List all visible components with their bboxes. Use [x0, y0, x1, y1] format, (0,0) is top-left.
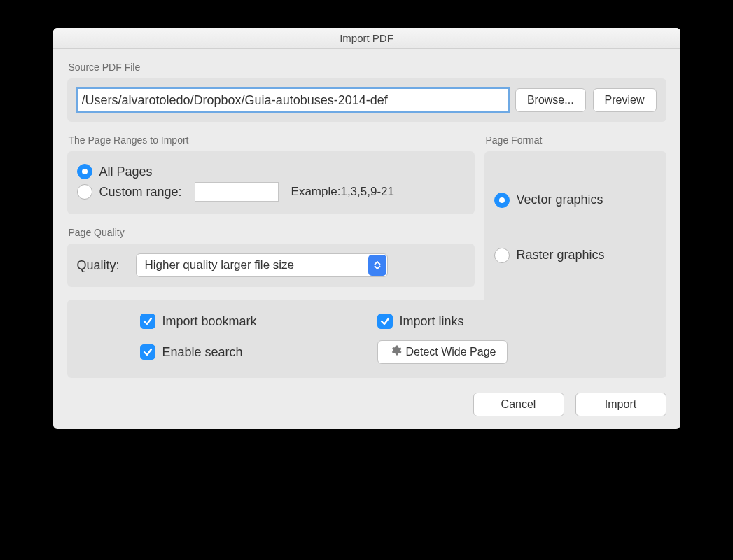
vector-radio-row[interactable]: Vector graphics [494, 192, 657, 208]
source-panel: Browse... Preview [67, 78, 666, 122]
import-links-checkbox[interactable]: Import links [377, 314, 594, 329]
raster-label: Raster graphics [517, 248, 605, 262]
radio-icon [77, 184, 92, 200]
custom-range-input[interactable] [195, 182, 279, 202]
source-path-input[interactable] [77, 88, 508, 112]
select-arrows-icon [368, 255, 386, 276]
vector-label: Vector graphics [517, 192, 603, 207]
enable-search-label: Enable search [162, 345, 243, 360]
quality-selected-value: Higher quality larger file size [136, 253, 388, 277]
quality-panel: Quality: Higher quality larger file size [67, 244, 475, 287]
import-links-label: Import links [400, 314, 464, 329]
custom-range-label: Custom range: [99, 185, 182, 200]
quality-section-label: Page Quality [69, 227, 475, 238]
quality-select[interactable]: Higher quality larger file size [136, 253, 388, 277]
cancel-button[interactable]: Cancel [473, 393, 564, 416]
custom-range-example: Example:1,3,5,9-21 [291, 185, 394, 199]
custom-range-radio-row[interactable]: Custom range: Example:1,3,5,9-21 [77, 182, 465, 202]
checkbox-icon [140, 344, 155, 360]
dialog-footer: Cancel Import [53, 384, 680, 429]
all-pages-radio-row[interactable]: All Pages [77, 164, 465, 179]
checkbox-icon [140, 314, 155, 329]
import-pdf-dialog: Import PDF Source PDF File Browse... Pre… [53, 28, 680, 429]
enable-search-checkbox[interactable]: Enable search [140, 340, 356, 364]
quality-label: Quality: [77, 258, 126, 273]
ranges-panel: All Pages Custom range: Example:1,3,5,9-… [67, 151, 475, 214]
all-pages-label: All Pages [99, 164, 153, 179]
raster-radio-row[interactable]: Raster graphics [494, 248, 657, 263]
options-panel: Import bookmark Import links Enable sear… [67, 300, 666, 378]
gear-icon [389, 344, 402, 360]
radio-icon [494, 192, 510, 208]
radio-icon [77, 164, 92, 179]
import-button[interactable]: Import [575, 393, 666, 416]
format-section-label: Page Format [486, 134, 666, 146]
import-bookmark-checkbox[interactable]: Import bookmark [140, 314, 356, 329]
dialog-title: Import PDF [53, 28, 680, 49]
format-panel: Vector graphics Raster graphics [484, 151, 666, 304]
detect-wide-page-button[interactable]: Detect Wide Page [377, 340, 508, 364]
checkbox-icon [377, 314, 393, 329]
ranges-section-label: The Page Ranges to Import [69, 134, 475, 146]
dialog-content: Source PDF File Browse... Preview The Pa… [53, 49, 680, 384]
source-section-label: Source PDF File [69, 62, 666, 73]
browse-button[interactable]: Browse... [515, 88, 586, 112]
import-bookmark-label: Import bookmark [162, 314, 257, 329]
preview-button[interactable]: Preview [593, 88, 657, 112]
detect-wide-page-label: Detect Wide Page [406, 346, 496, 358]
radio-icon [494, 248, 510, 263]
